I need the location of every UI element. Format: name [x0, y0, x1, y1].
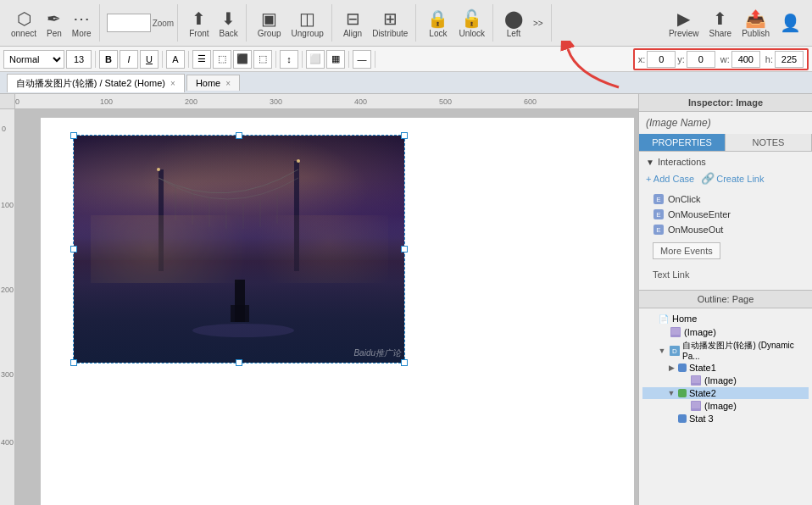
- sep5: [302, 51, 303, 68]
- lock-group: 🔒 Lock 🔓 Unlock: [420, 4, 493, 42]
- share-button[interactable]: ⬆ Share: [705, 7, 737, 40]
- right-panel: Inspector: Image (Image Name) PROPERTIES…: [638, 94, 812, 505]
- tab-close-state2[interactable]: ×: [170, 79, 175, 88]
- interactions-header[interactable]: ▼ Interactions: [646, 157, 805, 167]
- handle-mid-left[interactable]: [70, 246, 77, 252]
- tree-item-state2-image[interactable]: (Image): [642, 399, 809, 413]
- align-left-button[interactable]: ⬚: [213, 50, 231, 69]
- w-input[interactable]: [731, 51, 760, 68]
- color-button[interactable]: A: [166, 50, 185, 69]
- ungroup-button[interactable]: ◫ Ungroup: [287, 7, 328, 40]
- tree-item-state2[interactable]: ▼ State2: [642, 387, 809, 399]
- handle-top-mid[interactable]: [236, 132, 242, 139]
- more-button[interactable]: ⋯ More: [68, 7, 96, 40]
- group-button[interactable]: ▣ Group: [253, 7, 286, 40]
- pen-button[interactable]: ✒ Pen: [42, 7, 66, 40]
- handle-bot-right[interactable]: [401, 359, 408, 366]
- tree-item-state3[interactable]: Stat 3: [642, 413, 809, 425]
- unlock-button[interactable]: 🔓 Unlock: [454, 7, 489, 40]
- notes-tab[interactable]: NOTES: [726, 134, 812, 151]
- bold-button[interactable]: B: [99, 50, 118, 69]
- group-group: ▣ Group ◫ Ungroup: [250, 4, 332, 42]
- canvas-area[interactable]: 0 100 200 300 400 500 600 0 100 200 300 …: [0, 94, 638, 505]
- ruler-mark-0: 0: [15, 97, 19, 106]
- list-button[interactable]: ☰: [192, 50, 211, 69]
- canvas[interactable]: Baidu推广论: [15, 109, 638, 505]
- outline-title-label: Outline: Page: [698, 294, 754, 304]
- svg-rect-22: [671, 328, 680, 335]
- tab-home[interactable]: Home ×: [186, 75, 240, 91]
- ruler-mark-600: 600: [524, 97, 537, 106]
- style-select[interactable]: Normal: [3, 50, 64, 69]
- y-input[interactable]: [687, 51, 715, 68]
- fill-button[interactable]: ▦: [326, 50, 345, 69]
- underline-button[interactable]: U: [140, 50, 159, 69]
- preview-button[interactable]: ▶ Preview: [665, 7, 704, 40]
- folder-icon-home: 📄: [658, 313, 670, 325]
- line-button[interactable]: —: [353, 50, 371, 69]
- ruler-horizontal: 0 100 200 300 400 500 600: [0, 94, 638, 109]
- add-case-button[interactable]: + Add Case: [646, 174, 694, 184]
- tree-item-state1[interactable]: ▶ State1: [642, 362, 809, 374]
- handle-top-right[interactable]: [401, 132, 408, 139]
- create-link-button[interactable]: 🔗 Create Link: [701, 172, 764, 185]
- properties-tab[interactable]: PROPERTIES: [639, 134, 726, 151]
- tree-item-state1-image[interactable]: (Image): [642, 374, 809, 387]
- event-icon-mouseenter: E: [653, 208, 665, 220]
- spacing-button[interactable]: ↕: [280, 50, 298, 69]
- inspector-name: (Image Name): [639, 112, 812, 134]
- tab-close-home[interactable]: ×: [225, 79, 231, 88]
- publish-button[interactable]: 📤 Publish: [737, 7, 774, 40]
- border-button[interactable]: ⬜: [306, 50, 325, 69]
- event-onmouseout[interactable]: E OnMouseOut: [646, 222, 805, 237]
- text-link-label: Text Link: [653, 269, 689, 280]
- back-button[interactable]: ⬇ Back: [215, 7, 242, 40]
- state1-color: [678, 363, 687, 372]
- back-icon: ⬇: [221, 8, 236, 29]
- more-events-button[interactable]: More Events: [653, 242, 720, 259]
- state3-color: [678, 414, 687, 423]
- publish-group: ▶ Preview ⬆ Share 📤 Publish 👤: [661, 4, 809, 42]
- pos-group: ⬤ Left >>: [497, 4, 552, 42]
- image-widget[interactable]: Baidu推广论: [73, 135, 405, 363]
- event-onmouseenter[interactable]: E OnMouseEnter: [646, 207, 805, 222]
- x-input[interactable]: [647, 51, 676, 68]
- tree-item-image1[interactable]: (Image): [642, 325, 809, 339]
- align-center-button[interactable]: ⬛: [233, 50, 252, 69]
- zoom-input[interactable]: [107, 14, 151, 32]
- city-lights: [91, 215, 388, 283]
- interactions-section: ▼ Interactions + Add Case 🔗 Create Link …: [639, 152, 812, 290]
- text-link-section: Text Link: [646, 264, 805, 285]
- front-button[interactable]: ⬆ Front: [185, 7, 213, 40]
- ruler-mark-100: 100: [100, 97, 113, 106]
- h-input[interactable]: [775, 51, 804, 68]
- tab-state2[interactable]: 自动播发图片(轮播) / State2 (Home) ×: [7, 74, 185, 92]
- italic-button[interactable]: I: [120, 50, 138, 69]
- distribute-icon: ⊞: [383, 8, 398, 29]
- align-right-button[interactable]: ⬚: [253, 50, 272, 69]
- sep1: [95, 51, 96, 68]
- properties-tabs: PROPERTIES NOTES: [639, 134, 812, 152]
- distribute-button[interactable]: ⊞ Distribute: [368, 7, 412, 40]
- lock-button[interactable]: 🔒 Lock: [423, 7, 453, 40]
- event-onclick[interactable]: E OnClick: [646, 191, 805, 207]
- left-button[interactable]: ⬤ Left: [500, 7, 527, 40]
- handle-mid-right[interactable]: [401, 246, 408, 252]
- align-button[interactable]: ⊟ Align: [339, 7, 366, 40]
- handle-top-left[interactable]: [70, 132, 77, 139]
- fontsize-input[interactable]: [66, 50, 92, 69]
- main-area: 0 100 200 300 400 500 600 0 100 200 300 …: [0, 94, 812, 505]
- canvas-scroll: 0 100 200 300 400: [0, 109, 638, 505]
- tree-item-dynpanel[interactable]: ▼ D 自动播发图片(轮播) (Dynamic Pa...: [642, 339, 809, 362]
- more2-button[interactable]: >>: [529, 17, 548, 30]
- group-icon: ▣: [261, 8, 277, 29]
- handle-bot-left[interactable]: [70, 359, 77, 366]
- tree-item-home[interactable]: 📄 Home: [642, 312, 809, 325]
- y-label: y:: [677, 54, 685, 64]
- link-icon: 🔗: [701, 172, 715, 185]
- preview-icon: ▶: [677, 8, 690, 29]
- lock-icon: 🔒: [427, 8, 448, 29]
- handle-bot-mid[interactable]: [236, 359, 242, 366]
- account-button[interactable]: 👤: [776, 11, 805, 35]
- connect-button[interactable]: ⬡ onnect: [7, 7, 41, 40]
